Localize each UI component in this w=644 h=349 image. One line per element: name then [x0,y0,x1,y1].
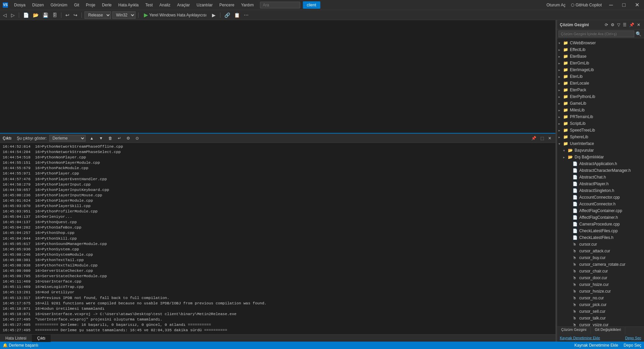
tree-node[interactable]: ▸📂Dış Bağımlılıklar [557,154,644,160]
se-properties-btn[interactable]: ⚙ [610,22,615,28]
menu-test[interactable]: Test [142,1,156,9]
status-source-control[interactable]: Kaynak Denetimine Ekle [575,343,619,348]
output-scroll-down-btn[interactable]: ▼ [98,136,104,141]
oturum-ac-label[interactable]: Oturum Aç [546,3,566,7]
tree-node[interactable]: 📄CameraProcedure.cpp [557,221,644,228]
tree-node[interactable]: 🖱cursor_hsize.cur [557,281,644,288]
new-file-button[interactable]: 📄 [22,12,30,18]
se-filter-btn[interactable]: ▽ [616,22,621,28]
output-stop-btn[interactable]: ⊙ [134,136,140,141]
tree-node[interactable]: 📄CheckLatestFiles.h [557,234,644,241]
code-review-button[interactable]: 📋 [233,12,241,18]
tree-node[interactable]: ▸📁MilesLib [557,107,644,113]
redo-button[interactable]: ↪ [72,12,79,18]
menu-derle[interactable]: Derle [99,1,115,9]
tree-chevron-icon[interactable]: ▸ [558,108,563,112]
menu-gorunum[interactable]: Görünüm [47,1,71,9]
se-tab-cozum-gezgini[interactable]: Çözüm Gezgini [557,327,591,334]
undo-button[interactable]: ↩ [64,12,71,18]
tree-node[interactable]: ▾📂Başvurular [557,147,644,154]
tree-node[interactable]: ▸📁SpeedTreeLib [557,127,644,134]
config-select[interactable]: Release Debug [85,11,111,19]
se-tree[interactable]: ▾📁CWebBrowser▸📁EffectLib▸📁EterBase▸📁Eter… [557,38,644,327]
tree-node[interactable]: 🖱cursor_sell.cur [557,308,644,315]
forward-button[interactable]: ▷ [9,12,16,18]
output-source-select[interactable]: Derleme Hata Ayıklama Genel [49,135,86,142]
save-button[interactable]: 💾 [41,12,50,18]
tree-chevron-icon[interactable]: ▸ [558,61,563,65]
save-all-button[interactable]: 🗄 [51,12,58,18]
menu-araclar[interactable]: Araçlar [174,1,193,9]
open-file-button[interactable]: 📂 [32,12,40,18]
attach-button[interactable]: 🔗 [223,12,231,18]
output-pin-button[interactable]: 📌 [530,136,538,141]
back-button[interactable]: ◁ [1,12,8,18]
menu-pencere[interactable]: Pencere [216,1,238,9]
tree-chevron-icon[interactable]: ▸ [558,68,563,72]
tree-node[interactable]: ▸📁SphereLib [557,134,644,140]
menu-yardim[interactable]: Yardım [238,1,257,9]
tree-node[interactable]: ▸📁GameLib [557,100,644,107]
tree-chevron-icon[interactable]: ▸ [558,55,563,58]
tree-node[interactable]: 📄AbstractApplication.h [557,160,644,167]
menu-git[interactable]: Git [71,1,83,9]
minimize-button[interactable]: ─ [607,2,615,8]
tree-node[interactable]: 🖱cursor.cur [557,241,644,248]
tree-node[interactable]: ▸📁EterPythonLib [557,93,644,100]
tree-node[interactable]: 📄AbstractCharacterManager.h [557,167,644,174]
tree-chevron-icon[interactable]: ▾ [558,142,563,146]
tree-node[interactable]: 🖱cursor_hvsize.cur [557,288,644,295]
menu-duzen[interactable]: Düzen [29,1,47,9]
continue-button[interactable]: ▶ [211,12,217,18]
play-debug-button[interactable]: ▶ Yerel Windows Hata Ayıklayıcısı [141,11,209,19]
tree-node[interactable]: 📄AbstractPlayer.h [557,181,644,187]
tree-node[interactable]: 🖱cursor_door.cur [557,275,644,281]
menu-analiz[interactable]: Analiz [156,1,174,9]
tab-hata-listesi[interactable]: Hata Listesi [0,335,32,342]
tree-chevron-icon[interactable]: ▾ [563,149,568,152]
se-close-btn[interactable]: ✕ [636,22,641,28]
tree-chevron-icon[interactable]: ▸ [563,155,568,159]
title-search-input[interactable] [260,2,300,8]
tree-node[interactable]: ▸📁ScriptLib [557,120,644,127]
tree-chevron-icon[interactable]: ▸ [558,82,563,85]
output-content[interactable]: 16:44:44:052 16>PythonNetworkStreamComma… [0,143,555,334]
se-view-btn[interactable]: ☰ [622,22,628,28]
source-control-link[interactable]: Kaynak Denetimine Ekle [560,336,600,340]
tree-node[interactable]: 📄AbstractChat.h [557,174,644,181]
tree-node[interactable]: ▸📁EterGmLib [557,60,644,66]
close-button[interactable]: ✕ [633,2,641,8]
output-float-button[interactable]: ⬚ [539,136,545,141]
tree-node[interactable]: 🖱cursor_talk.cur [557,315,644,321]
tree-node[interactable]: ▸📁EterLocale [557,80,644,87]
output-close-button[interactable]: ✕ [547,136,553,141]
tree-node[interactable]: ▸📁EffectLib [557,46,644,53]
menu-hata-ayikla[interactable]: Hata Ayıkla [115,1,142,9]
tree-chevron-icon[interactable]: ▸ [558,135,563,139]
tree-node[interactable]: 📄AffectFlagContainer.cpp [557,207,644,214]
more-button[interactable]: ⋯ [243,12,250,18]
tree-node[interactable]: 🖱cursor_pick.cur [557,301,644,308]
se-tab-git[interactable]: Git Değişiklikleri [591,327,625,334]
tree-node[interactable]: 📄AbstractSingleton.h [557,187,644,194]
se-search-button[interactable]: 🔍 [634,31,643,37]
tree-node[interactable]: 📄AffectFlagContainer.h [557,214,644,221]
tree-chevron-icon[interactable]: ▸ [558,129,563,132]
tree-node[interactable]: ▸📁EterBase [557,53,644,60]
tree-node[interactable]: ▸📁EterPack [557,87,644,93]
platform-select[interactable]: Win32 x64 [112,11,136,19]
tree-node[interactable]: ▸📁EterImageLib [557,66,644,73]
tree-chevron-icon[interactable]: ▾ [558,41,563,45]
tree-node[interactable]: 🖱cursor_attack.cur [557,248,644,254]
tree-node[interactable]: ▸📁EterLib [557,73,644,80]
tree-node[interactable]: 🖱cursor_vsize.cur [557,321,644,327]
tree-node[interactable]: 📄AccountConnector.h [557,201,644,207]
tree-node[interactable]: 🖱cursor_camera_rotate.cur [557,261,644,268]
output-wrap-btn[interactable]: ↵ [116,136,122,141]
tree-node[interactable]: 🖱cursor_buy.cur [557,254,644,261]
se-pin-btn[interactable]: 📌 [628,22,635,28]
tree-chevron-icon[interactable]: ▸ [558,88,563,92]
tree-node[interactable]: ▾📁CWebBrowser [557,40,644,46]
menu-dosya[interactable]: Dosya [11,1,29,9]
status-repo[interactable]: Depo Seç [624,343,641,348]
